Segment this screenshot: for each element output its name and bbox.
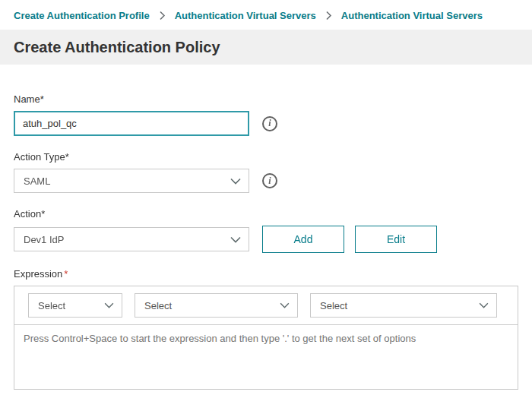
action-type-field-block: Action Type* SAML i xyxy=(14,151,518,193)
name-input[interactable] xyxy=(14,111,249,136)
info-icon[interactable]: i xyxy=(262,116,277,131)
page-header: Create Authentication Policy xyxy=(0,30,532,65)
edit-button[interactable]: Edit xyxy=(355,226,437,253)
breadcrumb: Create Authentication Profile Authentica… xyxy=(0,0,532,30)
required-asterisk: * xyxy=(65,151,69,163)
action-dropdown[interactable]: Dev1 IdP xyxy=(14,227,249,251)
add-button[interactable]: Add xyxy=(262,226,344,253)
action-selected-value: Dev1 IdP xyxy=(24,234,64,245)
chevron-right-icon xyxy=(325,11,332,21)
create-authentication-policy-form: Name* i Action Type* SAML i Action* Dev1… xyxy=(0,65,532,390)
chevron-down-icon xyxy=(104,302,114,308)
expression-select-1[interactable]: Select xyxy=(28,293,122,318)
expression-label: Expression* xyxy=(14,268,518,280)
expression-select-2[interactable]: Select xyxy=(135,293,298,318)
expression-builder: Select Select Select xyxy=(14,286,518,390)
expression-select-3-value: Select xyxy=(320,300,347,311)
action-field-block: Action* Dev1 IdP Add Edit xyxy=(14,208,518,253)
expression-select-2-value: Select xyxy=(144,300,172,311)
action-type-label: Action Type* xyxy=(14,151,518,163)
chevron-down-icon xyxy=(230,236,241,243)
expression-select-1-value: Select xyxy=(38,300,65,311)
required-asterisk: * xyxy=(64,268,68,280)
name-label: Name* xyxy=(14,93,518,105)
action-type-selected-value: SAML xyxy=(24,175,50,187)
expression-select-3[interactable]: Select xyxy=(310,293,497,318)
breadcrumb-link-authentication-virtual-servers-current[interactable]: Authentication Virtual Servers xyxy=(341,10,483,21)
name-field-block: Name* i xyxy=(14,93,518,136)
page-title: Create Authentication Policy xyxy=(14,39,220,56)
chevron-right-icon xyxy=(159,11,166,21)
chevron-down-icon xyxy=(280,302,290,308)
required-asterisk: * xyxy=(41,208,45,220)
expression-select-row: Select Select Select xyxy=(14,286,518,324)
breadcrumb-link-authentication-virtual-servers[interactable]: Authentication Virtual Servers xyxy=(175,10,316,21)
chevron-down-icon xyxy=(479,302,489,308)
action-label: Action* xyxy=(14,208,518,220)
action-type-dropdown[interactable]: SAML xyxy=(14,169,249,193)
chevron-down-icon xyxy=(230,178,241,185)
expression-field-block: Expression* Select Select Select xyxy=(14,268,518,390)
required-asterisk: * xyxy=(40,93,44,105)
breadcrumb-link-create-authentication-profile[interactable]: Create Authentication Profile xyxy=(14,10,150,21)
expression-input[interactable] xyxy=(14,324,518,389)
info-icon[interactable]: i xyxy=(262,173,277,188)
